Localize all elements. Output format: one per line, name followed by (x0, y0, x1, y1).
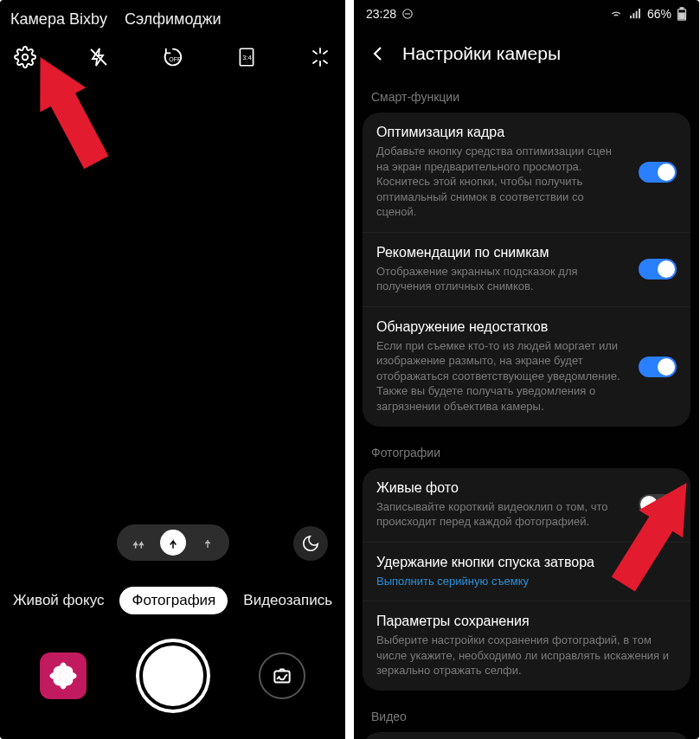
toggle-scene-optimizer[interactable] (639, 162, 677, 183)
switch-camera-icon[interactable] (259, 652, 305, 699)
row-title: Параметры сохранения (376, 614, 677, 629)
card-smart: Оптимизация кадра Добавьте кнопку средст… (363, 112, 690, 427)
toggle-shot-suggestions[interactable] (639, 259, 677, 280)
toggle-motion-photo[interactable] (639, 494, 677, 515)
mode-live-focus[interactable]: Живой фокус (13, 592, 105, 609)
section-label-smart: Смарт-функции (354, 83, 699, 112)
mode-selector: Живой фокус Фотография Видеозапись (0, 587, 345, 614)
shutter-button[interactable] (139, 642, 207, 710)
svg-line-8 (324, 61, 327, 63)
mode-photo[interactable]: Фотография (119, 587, 228, 614)
status-bar: 23:28 66% (354, 0, 699, 28)
row-title: Удержание кнопки спуска затвора (376, 555, 677, 570)
camera-app-screen: Камера Bixby Сэлфимоджи OFF 3:4 (0, 0, 345, 739)
row-shot-suggestions[interactable]: Рекомендации по снимкам Отображение экра… (363, 232, 690, 306)
effects-icon[interactable] (307, 44, 333, 70)
battery-percentage: 66% (647, 7, 671, 21)
shutter-row (0, 642, 345, 710)
row-title: Живые фото (376, 480, 626, 496)
status-time: 23:28 (366, 7, 396, 21)
camera-settings-screen: 23:28 66% Настройки камеры Смарт-функции… (354, 0, 699, 739)
row-motion-photo[interactable]: Живые фото Записывайте короткий видеокли… (363, 468, 690, 542)
zoom-tele-icon[interactable] (195, 530, 221, 556)
svg-line-9 (313, 61, 317, 63)
row-scene-optimizer[interactable]: Оптимизация кадра Добавьте кнопку средст… (363, 112, 690, 232)
gear-icon[interactable] (12, 44, 38, 70)
row-flaw-detection[interactable]: Обнаружение недостатков Если при съемке … (363, 306, 690, 427)
camera-toolbar: OFF 3:4 (0, 32, 345, 77)
row-desc: Отображение экранных подсказок для получ… (376, 264, 626, 294)
svg-rect-25 (679, 13, 684, 19)
card-video: Размер видео (основная камера) 16:9 FHD … (363, 732, 690, 739)
row-rear-video-size[interactable]: Размер видео (основная камера) 16:9 FHD … (363, 732, 690, 739)
back-chevron-icon[interactable] (368, 43, 389, 64)
timer-off-icon[interactable]: OFF (160, 44, 186, 70)
flash-off-icon[interactable] (86, 44, 112, 70)
svg-rect-20 (274, 672, 289, 683)
top-tabs: Камера Bixby Сэлфимоджи (0, 0, 345, 32)
signal-icon (628, 7, 642, 21)
aspect-ratio-icon[interactable]: 3:4 (234, 44, 260, 70)
battery-icon (677, 7, 687, 21)
svg-line-10 (324, 51, 327, 54)
tab-bixby-camera[interactable]: Камера Bixby (10, 10, 107, 29)
night-mode-icon[interactable] (293, 526, 328, 561)
row-desc: Выполнить серийную съемку (376, 574, 677, 589)
svg-text:OFF: OFF (169, 56, 181, 62)
viewfinder[interactable] (0, 77, 345, 484)
toggle-flaw-detection[interactable] (639, 357, 677, 377)
row-desc: Выберите настройки сохранения фотографий… (376, 633, 677, 678)
zoom-pill (117, 524, 229, 561)
row-title: Оптимизация кадра (376, 125, 626, 140)
zoom-wide-icon[interactable] (160, 530, 186, 556)
settings-header: Настройки камеры (354, 28, 699, 83)
svg-line-7 (313, 51, 317, 54)
section-label-photos: Фотографии (354, 439, 699, 468)
card-photos: Живые фото Записывайте короткий видеокли… (363, 468, 690, 691)
wifi-icon (609, 7, 623, 21)
svg-point-0 (22, 55, 29, 61)
mode-video[interactable]: Видеозапись (243, 592, 332, 609)
section-label-video: Видео (354, 703, 699, 732)
svg-rect-24 (680, 8, 684, 10)
row-save-options[interactable]: Параметры сохранения Выберите настройки … (363, 601, 690, 691)
svg-text:3:4: 3:4 (242, 54, 252, 61)
row-hold-shutter[interactable]: Удержание кнопки спуска затвора Выполнит… (363, 542, 690, 601)
row-desc: Добавьте кнопку средства оптимизации сце… (376, 144, 626, 220)
gallery-thumbnail[interactable] (40, 652, 87, 699)
settings-title: Настройки камеры (402, 43, 561, 64)
row-title: Обнаружение недостатков (376, 319, 626, 335)
tab-selfiemoji[interactable]: Сэлфимоджи (125, 10, 222, 29)
dnd-icon (401, 8, 414, 20)
row-desc: Если при съемке кто-то из людей моргает … (376, 338, 626, 414)
row-title: Рекомендации по снимкам (376, 245, 626, 260)
zoom-ultrawide-icon[interactable] (125, 530, 151, 556)
row-desc: Записывайте короткий видеоклип о том, чт… (376, 499, 626, 530)
